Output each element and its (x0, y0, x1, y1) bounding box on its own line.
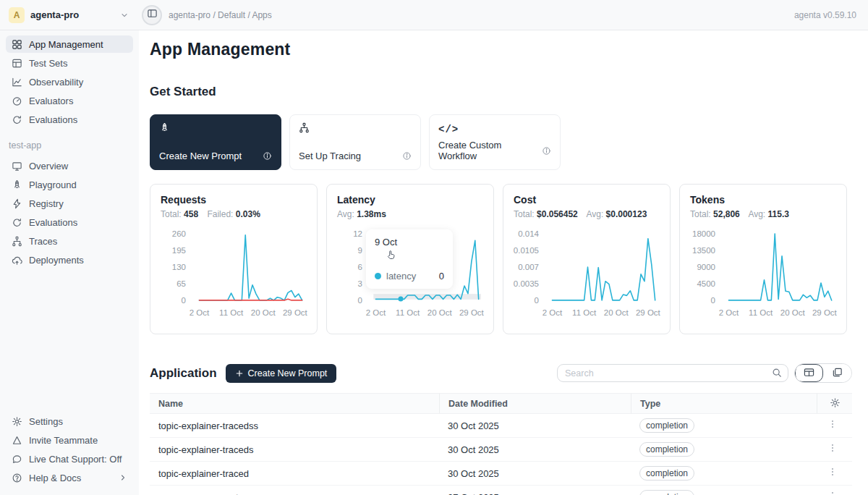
sidebar-item-registry[interactable]: Registry (6, 195, 133, 212)
dots-vertical-icon (827, 467, 838, 480)
sidebar-item-evaluations[interactable]: Evaluations (6, 111, 133, 128)
table-view-button[interactable] (795, 364, 823, 382)
x-tick-label: 29 Oct (459, 308, 484, 317)
sidebar-item-observability[interactable]: Observability (6, 73, 133, 90)
stat-value: $0.000123 (606, 209, 647, 219)
sidebar-item-overview[interactable]: Overview (6, 157, 133, 174)
workspace-avatar: A (9, 7, 25, 23)
app-version: agenta v0.59.10 (794, 10, 868, 20)
y-tick-label: 130 (172, 263, 186, 271)
row-menu-button[interactable] (817, 419, 852, 432)
row-menu-button[interactable] (817, 467, 852, 480)
chart-plot (722, 229, 836, 303)
get-started-card-set-up-tracing[interactable]: Set Up Tracing (289, 114, 421, 170)
y-tick-label: 18000 (692, 229, 715, 238)
panel-left-icon (147, 8, 158, 22)
table-row[interactable]: topic-explainer-tracedss30 Oct 2025compl… (150, 414, 852, 438)
card-view-button[interactable] (823, 364, 851, 382)
table-row[interactable]: topic-explainer-traced30 Oct 2025complet… (150, 462, 852, 486)
column-header-type[interactable]: Type (631, 394, 817, 413)
table-row[interactable]: topic-explainer-traceds30 Oct 2025comple… (150, 438, 852, 462)
card-view-icon (832, 367, 843, 380)
metric-card-cost: CostTotal: $0.056452 Avg: $0.0001230.014… (503, 184, 671, 334)
dots-vertical-icon (827, 443, 838, 456)
monitor-icon (12, 161, 22, 172)
sidebar-item-label: Traces (29, 236, 57, 247)
cell-type: completion (631, 442, 817, 457)
y-tick-label: 0 (358, 296, 362, 305)
sidebar-item-help-docs[interactable]: Help & Docs (6, 469, 133, 486)
row-menu-button[interactable] (817, 491, 852, 495)
application-header: Application Create New Prompt (150, 363, 852, 383)
triangle-icon (12, 435, 22, 446)
sidebar-item-label: Live Chat Support: Off (29, 454, 122, 465)
stat-label: Total: (161, 209, 182, 219)
info-icon (402, 151, 412, 161)
sidebar-item-label: App Management (29, 39, 103, 50)
x-tick-label: 11 Oct (219, 308, 243, 317)
sidebar-item-invite-teammate[interactable]: Invite Teammate (6, 431, 133, 449)
sidebar-item-live-chat-support-off[interactable]: Live Chat Support: Off (6, 450, 133, 468)
type-badge: completion (639, 442, 694, 457)
stat-label: Total: (690, 209, 711, 219)
code-icon: </> (438, 122, 459, 135)
chart-title: Requests (161, 194, 307, 206)
table-settings[interactable] (817, 394, 852, 413)
sidebar-item-deployments[interactable]: Deployments (6, 251, 133, 268)
sidebar-item-playground[interactable]: Playground (6, 176, 133, 193)
y-tick-label: 6 (358, 263, 362, 271)
search-input[interactable] (557, 364, 788, 382)
chart-stats: Avg: 1.38ms (337, 209, 483, 219)
column-header-date-modified[interactable]: Date Modified (439, 394, 631, 413)
sidebar-item-evaluations[interactable]: Evaluations (6, 213, 133, 231)
get-started-cards: Create New PromptSet Up Tracing</>Create… (150, 114, 852, 170)
chat-icon (12, 454, 22, 465)
cell-type: completion (631, 418, 817, 433)
chart-title: Latency (337, 194, 483, 206)
sidebar-item-settings[interactable]: Settings (6, 412, 133, 430)
sidebar-item-label: Settings (29, 416, 63, 427)
sidebar-item-traces[interactable]: Traces (6, 232, 133, 250)
chart-plot (545, 229, 660, 303)
card-label: Create New Prompt (159, 151, 242, 161)
breadcrumb: agenta-pro / Default / Apps (169, 10, 272, 20)
chevron-down-icon (120, 11, 129, 20)
x-tick-label: 11 Oct (396, 308, 420, 317)
get-started-card-create-new-prompt[interactable]: Create New Prompt (150, 114, 281, 170)
dots-vertical-icon (827, 491, 838, 495)
metric-card-tokens: TokensTotal: 52,806 Avg: 115.31800013500… (679, 184, 847, 334)
sidebar-item-test-sets[interactable]: Test Sets (6, 54, 133, 72)
tooltip-date: 9 Oct (375, 237, 444, 248)
table-row[interactable]: career-assessment27 Oct 2025completion (150, 486, 852, 495)
sidebar-item-label: Observability (29, 77, 83, 88)
column-header-name[interactable]: Name (150, 394, 439, 413)
sidebar-item-app-management[interactable]: App Management (6, 35, 133, 53)
chart-stats: Total: $0.056452 Avg: $0.000123 (514, 209, 660, 219)
legend-dot (375, 273, 381, 279)
view-toggle (794, 363, 852, 383)
y-tick-label: 0 (711, 296, 715, 305)
table-view-icon (804, 367, 814, 380)
x-tick-label: 2 Oct (190, 308, 209, 317)
stat-value: 115.3 (768, 209, 789, 219)
x-tick-label: 20 Oct (251, 308, 276, 317)
metric-charts: RequestsTotal: 458 Failed: 0.03%26019513… (150, 184, 852, 334)
sidebar-item-evaluators[interactable]: Evaluators (6, 92, 133, 109)
workspace-selector[interactable]: A agenta-pro (0, 7, 139, 23)
gauge-icon (12, 96, 22, 106)
active-point-marker (398, 297, 403, 302)
cell-date-modified: 30 Oct 2025 (439, 468, 631, 479)
search-icon (772, 368, 782, 381)
cell-name: topic-explainer-traced (150, 468, 439, 479)
observability-icon (12, 77, 22, 88)
y-tick-label: 0.007 (518, 263, 539, 271)
create-new-prompt-button[interactable]: Create New Prompt (226, 364, 337, 383)
sidebar-toggle-button[interactable] (142, 5, 162, 25)
get-started-card-create-custom-workflow[interactable]: </>Create Custom Workflow (429, 114, 561, 170)
stat-value: 52,806 (713, 209, 740, 219)
x-tick-label: 20 Oct (604, 308, 629, 317)
chart-plot (192, 229, 307, 303)
cell-date-modified: 30 Oct 2025 (439, 444, 631, 455)
row-menu-button[interactable] (817, 443, 852, 456)
gear-icon (12, 416, 22, 427)
